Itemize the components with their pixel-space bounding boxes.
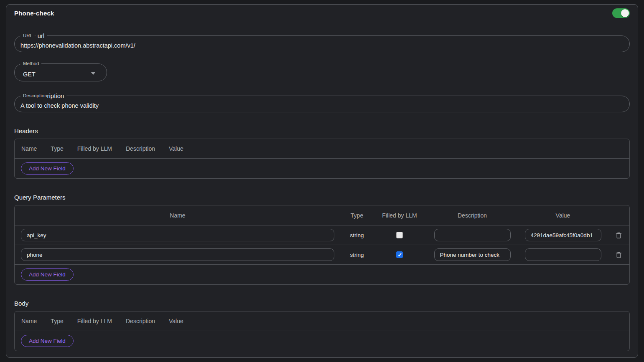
param-value-input[interactable]: [525, 229, 601, 241]
description-label-small: Description: [23, 91, 47, 99]
column-header-type: Type: [51, 145, 63, 152]
delete-row-button[interactable]: [615, 251, 623, 259]
body-add-new-field-button[interactable]: Add New Field: [21, 335, 74, 347]
description-input[interactable]: [15, 99, 629, 109]
body-add-row: Add New Field: [15, 331, 629, 351]
filled-by-llm-checkbox[interactable]: [396, 232, 403, 238]
delete-row-button[interactable]: [615, 231, 623, 240]
method-select[interactable]: Method GET: [14, 63, 107, 81]
headers-add-row: Add New Field: [15, 159, 629, 178]
column-header-description: Description: [126, 318, 155, 324]
body-table-head: Name Type Filled by LLM Description Valu…: [15, 311, 629, 331]
table-row: string: [15, 245, 629, 265]
column-header-filled-by-llm: Filled by LLM: [77, 318, 112, 324]
param-type-value: string: [341, 252, 373, 258]
column-header-type: Type: [341, 212, 373, 219]
trash-icon: [616, 232, 622, 239]
param-type-value: string: [341, 232, 373, 238]
toggle-knob-icon: [621, 9, 629, 17]
body-table: Name Type Filled by LLM Description Valu…: [14, 311, 630, 351]
query-parameters-section-title: Query Parameters: [14, 194, 630, 201]
column-header-name: Name: [21, 145, 37, 152]
column-header-description: Description: [126, 145, 155, 152]
method-field-label: Method: [20, 59, 41, 67]
headers-table: Name Type Filled by LLM Description Valu…: [14, 139, 630, 179]
column-header-type: Type: [51, 318, 63, 324]
headers-section-title: Headers: [14, 127, 630, 134]
column-header-name: Name: [15, 212, 341, 219]
column-header-filled-by-llm: Filled by LLM: [373, 212, 426, 219]
body-section-title: Body: [14, 300, 630, 307]
query-parameters-add-new-field-button[interactable]: Add New Field: [21, 268, 74, 281]
method-label-small: Method: [23, 59, 39, 67]
query-parameters-table: Name Type Filled by LLM Description Valu…: [14, 205, 630, 285]
headers-table-head: Name Type Filled by LLM Description Valu…: [15, 139, 629, 159]
url-label-dot: ·: [34, 31, 36, 39]
param-value-input[interactable]: [525, 248, 601, 261]
headers-add-new-field-button[interactable]: Add New Field: [21, 162, 74, 175]
param-name-input[interactable]: [21, 229, 334, 241]
url-field: URL · url: [14, 35, 630, 52]
url-input[interactable]: [15, 39, 629, 49]
query-parameters-add-row: Add New Field: [15, 265, 629, 284]
table-row: string: [15, 225, 629, 245]
description-field: Description ription: [14, 96, 630, 112]
column-header-value: Value: [169, 318, 183, 324]
url-label-small: URL: [23, 31, 33, 39]
card-header: Phone-check: [6, 5, 638, 22]
tool-config-card: Phone-check URL · url Method GET Descr: [6, 4, 638, 358]
description-label-overlap: ription: [47, 92, 64, 99]
param-description-input[interactable]: [434, 229, 511, 241]
param-description-input[interactable]: [434, 248, 511, 261]
column-header-description: Description: [426, 212, 518, 219]
column-header-value: Value: [169, 145, 183, 152]
url-label-overlap: url: [38, 32, 45, 39]
filled-by-llm-checkbox[interactable]: [396, 251, 403, 258]
chevron-down-icon: [91, 72, 96, 75]
tool-title: Phone-check: [14, 10, 54, 17]
enabled-toggle[interactable]: [612, 8, 630, 18]
description-field-label: Description ription: [20, 91, 66, 99]
url-field-label: URL · url: [20, 31, 47, 39]
column-header-name: Name: [21, 318, 37, 324]
query-parameters-table-head: Name Type Filled by LLM Description Valu…: [15, 205, 629, 225]
card-body: URL · url Method GET Description ription…: [6, 35, 638, 351]
column-header-value: Value: [518, 212, 608, 219]
param-name-input[interactable]: [21, 248, 334, 261]
column-header-filled-by-llm: Filled by LLM: [77, 145, 112, 152]
trash-icon: [616, 251, 622, 258]
